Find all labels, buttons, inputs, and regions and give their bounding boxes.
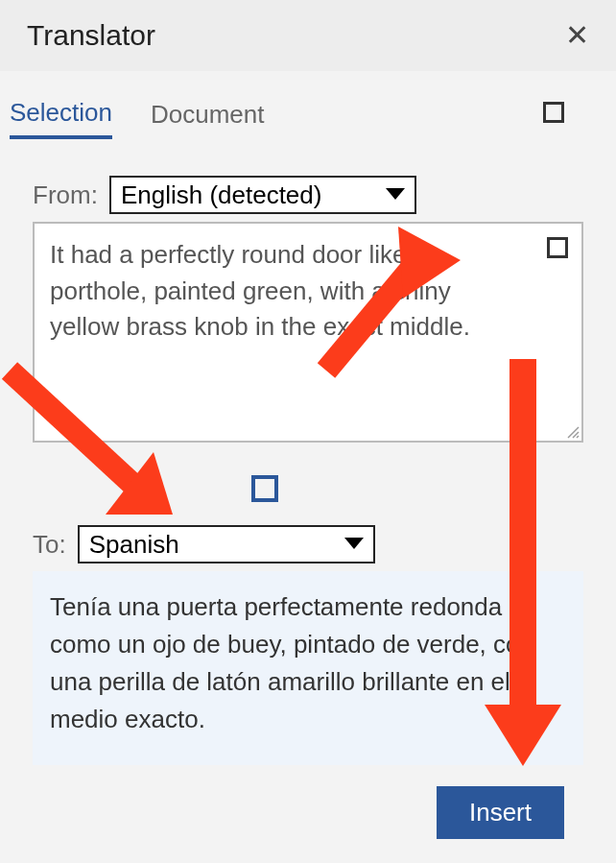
chevron-down-icon bbox=[344, 538, 364, 551]
header-bar: Translator ✕ bbox=[0, 0, 616, 71]
svg-marker-4 bbox=[344, 538, 364, 549]
insert-button[interactable]: Insert bbox=[437, 786, 564, 839]
panel-title: Translator bbox=[27, 19, 155, 52]
marker-source bbox=[547, 237, 568, 258]
from-row: From: English (detected) bbox=[6, 176, 610, 214]
to-row: To: Spanish bbox=[6, 525, 610, 563]
to-language-select[interactable]: Spanish bbox=[78, 525, 375, 563]
from-language-value: English (detected) bbox=[121, 180, 322, 210]
svg-marker-0 bbox=[386, 188, 405, 200]
to-label: To: bbox=[33, 530, 66, 560]
marker-swap bbox=[251, 475, 278, 502]
source-text-box[interactable]: It had a perfectly round door like a por… bbox=[33, 222, 583, 443]
target-text-box: Tenía una puerta perfectamente redonda c… bbox=[33, 571, 583, 765]
resize-handle-icon[interactable] bbox=[566, 425, 580, 439]
button-row: Insert bbox=[6, 765, 610, 839]
svg-line-1 bbox=[568, 427, 579, 438]
swap-area bbox=[6, 462, 610, 519]
svg-line-3 bbox=[577, 436, 579, 438]
close-icon[interactable]: ✕ bbox=[565, 21, 589, 50]
tab-document[interactable]: Document bbox=[151, 100, 265, 137]
from-label: From: bbox=[33, 180, 98, 210]
tab-selection[interactable]: Selection bbox=[10, 98, 112, 139]
target-text: Tenía una puerta perfectamente redonda c… bbox=[50, 588, 566, 738]
marker-top-right bbox=[543, 102, 564, 123]
from-language-select[interactable]: English (detected) bbox=[109, 176, 416, 214]
chevron-down-icon bbox=[386, 188, 405, 202]
to-language-value: Spanish bbox=[89, 530, 179, 560]
content-area: Selection Document From: English (detect… bbox=[0, 71, 616, 839]
source-text: It had a perfectly round door like a por… bbox=[50, 237, 510, 346]
tab-bar: Selection Document bbox=[6, 90, 610, 139]
